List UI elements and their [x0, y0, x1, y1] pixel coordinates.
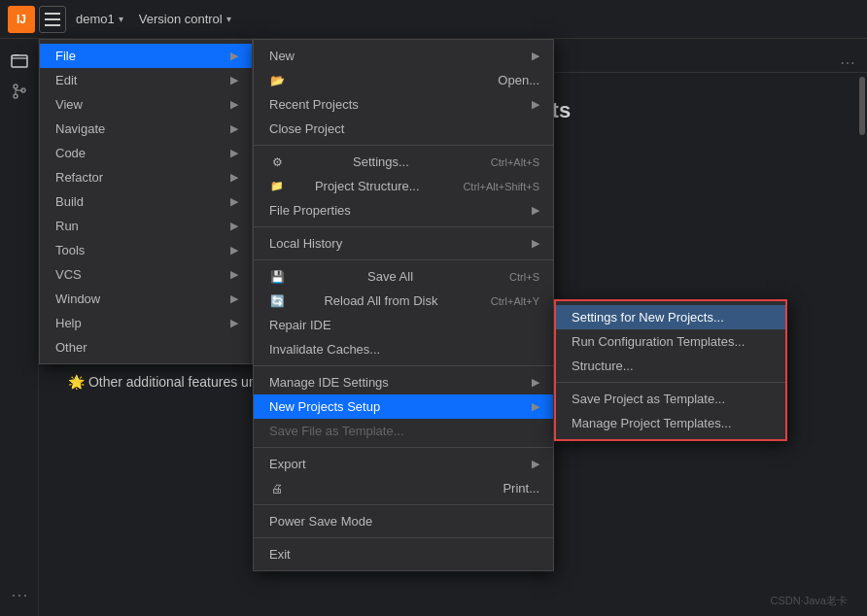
menu-item-navigate[interactable]: Navigate ▶ — [40, 117, 252, 141]
menu-item-tools[interactable]: Tools ▶ — [40, 238, 252, 262]
menu-item-vcs[interactable]: VCS ▶ — [40, 262, 252, 287]
submenu-save-project-template[interactable]: Save Project as Template... — [556, 387, 785, 411]
submenu-divider-1 — [556, 382, 785, 383]
file-menu-open-label: Open... — [498, 73, 539, 87]
file-menu-project-structure-label: Project Structure... — [315, 179, 420, 193]
run-submenu-arrow: ▶ — [230, 220, 238, 232]
file-menu-exit[interactable]: Exit — [254, 542, 553, 566]
submenu-run-config-templates[interactable]: Run Configuration Templates... — [556, 329, 785, 354]
file-menu-project-structure[interactable]: 📁 Project Structure... Ctrl+Alt+Shift+S — [254, 174, 553, 198]
primary-menu: File ▶ Edit ▶ View ▶ Navigate ▶ Code ▶ — [39, 39, 253, 364]
local-history-arrow-icon: ▶ — [532, 237, 539, 250]
hamburger-button[interactable] — [39, 6, 66, 33]
manage-ide-arrow-icon: ▶ — [532, 376, 539, 389]
submenu-manage-project-templates[interactable]: Manage Project Templates... — [556, 411, 785, 435]
menu-item-window[interactable]: Window ▶ — [40, 287, 252, 311]
tools-submenu-arrow: ▶ — [230, 244, 238, 257]
file-menu-new-projects-label: New Projects Setup — [269, 399, 380, 414]
main-layout: ⋯ n.xml (demo1) at's new in Rainbow Brac… — [0, 39, 867, 616]
project-chevron-icon: ▾ — [119, 14, 123, 24]
file-menu-new-projects-setup[interactable]: New Projects Setup ▶ — [254, 394, 553, 419]
divider-5 — [254, 447, 553, 448]
file-menu-print[interactable]: 🖨 Print... — [254, 476, 553, 500]
submenu-manage-project-templates-label: Manage Project Templates... — [572, 416, 732, 430]
file-menu-file-properties-label: File Properties — [269, 203, 351, 218]
file-menu-new[interactable]: New ▶ — [254, 44, 553, 68]
file-menu-save-as-template[interactable]: Save File as Template... — [254, 419, 553, 443]
sidebar-icon-more[interactable]: ⋯ — [6, 581, 33, 608]
file-menu-settings[interactable]: ⚙ Settings... Ctrl+Alt+S — [254, 150, 553, 174]
tab-options-button[interactable]: ⋯ — [840, 53, 859, 72]
file-menu-save-as-template-label: Save File as Template... — [269, 424, 404, 438]
content-area: n.xml (demo1) at's new in Rainbow Bracke… — [39, 39, 867, 616]
navigate-submenu-arrow: ▶ — [230, 122, 238, 135]
file-menu-local-history[interactable]: Local History ▶ — [254, 231, 553, 256]
file-menu-invalidate-caches[interactable]: Invalidate Caches... — [254, 337, 553, 361]
file-menu-reload[interactable]: 🔄 Reload All from Disk Ctrl+Alt+Y — [254, 289, 553, 313]
menu-item-code-label: Code — [55, 146, 86, 160]
menu-item-other-label: Other — [55, 340, 87, 355]
submenu-settings-for-new-label: Settings for New Projects... — [572, 310, 724, 325]
menu-item-refactor[interactable]: Refactor ▶ — [40, 165, 252, 189]
vc-chevron-icon: ▾ — [226, 14, 231, 24]
menu-item-help[interactable]: Help ▶ — [40, 311, 252, 335]
menu-item-build[interactable]: Build ▶ — [40, 189, 252, 214]
divider-4 — [254, 365, 553, 366]
file-menu-export[interactable]: Export ▶ — [254, 452, 553, 476]
menu-item-navigate-label: Navigate — [55, 121, 105, 136]
menu-item-edit-label: Edit — [55, 73, 77, 87]
file-menu-settings-label: Settings... — [353, 154, 409, 169]
version-control-button[interactable]: Version control ▾ — [133, 10, 237, 28]
file-menu-close[interactable]: Close Project — [254, 117, 553, 141]
file-menu-file-properties[interactable]: File Properties ▶ — [254, 198, 553, 222]
file-menu-manage-ide[interactable]: Manage IDE Settings ▶ — [254, 370, 553, 394]
settings-shortcut: Ctrl+Alt+S — [491, 156, 539, 168]
new-projects-arrow-icon: ▶ — [532, 400, 539, 413]
scrollbar-thumb[interactable] — [859, 77, 865, 135]
svg-point-1 — [14, 85, 17, 88]
sidebar-icon-git[interactable] — [6, 78, 33, 105]
menu-item-file-label: File — [55, 49, 76, 63]
menu-item-refactor-label: Refactor — [55, 170, 103, 185]
menu-item-edit[interactable]: Edit ▶ — [40, 68, 252, 92]
window-submenu-arrow: ▶ — [230, 292, 238, 305]
file-menu-power-save[interactable]: Power Save Mode — [254, 509, 553, 533]
sidebar-icon-folder[interactable] — [6, 47, 33, 74]
submenu-settings-for-new[interactable]: Settings for New Projects... — [556, 305, 785, 329]
menu-item-run[interactable]: Run ▶ — [40, 214, 252, 238]
file-menu-export-label: Export — [269, 457, 306, 471]
submenu-structure[interactable]: Structure... — [556, 354, 785, 378]
open-folder-icon: 📂 — [269, 74, 285, 87]
menu-item-view[interactable]: View ▶ — [40, 92, 252, 117]
file-menu-repair-ide[interactable]: Repair IDE — [254, 313, 553, 337]
scrollbar[interactable] — [857, 73, 867, 616]
reload-shortcut: Ctrl+Alt+Y — [491, 295, 539, 307]
divider-2 — [254, 226, 553, 227]
vcs-submenu-arrow: ▶ — [230, 268, 238, 281]
menu-item-vcs-label: VCS — [55, 267, 82, 282]
menu-item-code[interactable]: Code ▶ — [40, 141, 252, 165]
menu-item-other[interactable]: Other — [40, 335, 252, 359]
file-menu-invalidate-caches-label: Invalidate Caches... — [269, 342, 380, 357]
file-menu-close-label: Close Project — [269, 121, 344, 136]
file-menu-reload-label: Reload All from Disk — [324, 293, 437, 308]
project-selector[interactable]: demo1 ▾ — [70, 10, 129, 28]
file-properties-arrow-icon: ▶ — [532, 204, 539, 217]
menu-item-view-label: View — [55, 97, 83, 112]
file-menu-save-all[interactable]: 💾 Save All Ctrl+S — [254, 264, 553, 289]
export-arrow-icon: ▶ — [532, 458, 539, 470]
divider-6 — [254, 504, 553, 505]
file-menu-open[interactable]: 📂 Open... — [254, 68, 553, 92]
menu-item-file[interactable]: File ▶ — [40, 44, 252, 68]
file-menu-power-save-label: Power Save Mode — [269, 514, 372, 529]
project-structure-shortcut: Ctrl+Alt+Shift+S — [463, 181, 539, 192]
print-icon: 🖨 — [269, 482, 285, 496]
help-submenu-arrow: ▶ — [230, 317, 238, 329]
file-menu-recent[interactable]: Recent Projects ▶ — [254, 92, 553, 117]
file-menu-exit-label: Exit — [269, 547, 291, 562]
code-submenu-arrow: ▶ — [230, 147, 238, 159]
file-menu-new-label: New — [269, 49, 295, 63]
submenu-save-project-template-label: Save Project as Template... — [572, 392, 725, 406]
menu-item-help-label: Help — [55, 316, 82, 330]
svg-rect-0 — [12, 55, 27, 67]
